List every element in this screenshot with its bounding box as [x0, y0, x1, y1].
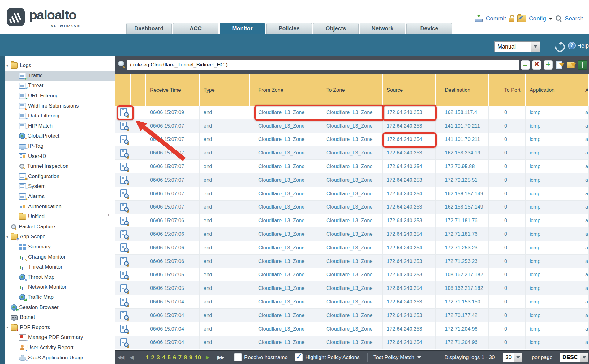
tab-acc[interactable]: ACC: [173, 23, 218, 34]
cell-from-zone[interactable]: Cloudflare_L3_Zone: [250, 255, 322, 268]
cell-to-port[interactable]: 0: [489, 146, 526, 159]
sort-order-dropdown-icon[interactable]: [580, 353, 588, 362]
cell-to-zone[interactable]: Cloudflare_L3_Zone: [322, 295, 383, 308]
cell-application[interactable]: icmp: [526, 281, 581, 295]
col-header-a[interactable]: A: [581, 74, 589, 106]
cell-from-zone[interactable]: Cloudflare_L3_Zone: [250, 201, 322, 214]
cell-source[interactable]: 172.64.240.253: [383, 322, 436, 336]
next-page-button[interactable]: ▶: [206, 351, 209, 364]
col-header-blank[interactable]: [131, 74, 146, 106]
sidebar-item-traffic[interactable]: ⇄Traffic: [5, 71, 115, 81]
filter-magnifier-icon[interactable]: [118, 61, 125, 67]
cell-application[interactable]: icmp: [526, 336, 581, 349]
config-button[interactable]: Config: [529, 15, 546, 22]
cell-source[interactable]: 172.64.240.254: [383, 227, 436, 241]
cell-to-port[interactable]: 0: [489, 255, 526, 268]
sidebar-item-wildfire-submissions[interactable]: ▲WildFire Submissions: [5, 101, 115, 111]
cell-to-zone[interactable]: Cloudflare_L3_Zone: [322, 336, 383, 349]
cell-to-zone[interactable]: Cloudflare_L3_Zone: [322, 255, 383, 268]
sidebar-item-traffic-map[interactable]: ⇄Traffic Map: [5, 292, 115, 303]
cell-from-zone[interactable]: Cloudflare_L3_Zone: [250, 309, 322, 322]
cell-to-zone[interactable]: Cloudflare_L3_Zone: [322, 146, 383, 159]
cell-to-zone[interactable]: Cloudflare_L3_Zone: [322, 227, 383, 241]
log-detail-icon[interactable]: [120, 122, 127, 130]
log-detail-icon[interactable]: [120, 149, 127, 157]
cell-to-port[interactable]: 0: [489, 187, 526, 200]
cell-to-zone[interactable]: Cloudflare_L3_Zone: [322, 106, 383, 119]
cell-destination[interactable]: 172.71.204.96: [436, 336, 489, 349]
cell-destination[interactable]: 172.71.253.23: [436, 255, 489, 268]
log-detail-icon[interactable]: [120, 189, 127, 197]
log-detail-icon[interactable]: [120, 203, 127, 211]
cell-application[interactable]: icmp: [526, 295, 581, 308]
add-filter-icon[interactable]: [544, 60, 553, 70]
cell-destination[interactable]: 172.71.153.150: [436, 295, 489, 308]
tab-policies[interactable]: Policies: [266, 23, 312, 34]
cell-to-port[interactable]: 0: [489, 322, 526, 336]
cell-destination[interactable]: 141.101.70.211: [436, 133, 489, 146]
sidebar-item-change-monitor[interactable]: ↘Change Monitor: [5, 252, 115, 262]
log-detail-icon[interactable]: [120, 176, 127, 184]
sidebar-item-threat[interactable]: ×Threat: [5, 81, 115, 91]
cell-destination[interactable]: 172.71.181.76: [436, 227, 489, 241]
cell-to-port[interactable]: 0: [489, 309, 526, 322]
cell-from-zone[interactable]: Cloudflare_L3_Zone: [250, 295, 322, 308]
cell-from-zone[interactable]: Cloudflare_L3_Zone: [250, 133, 322, 146]
sidebar-item-botnet[interactable]: Botnet: [5, 312, 115, 323]
cell-from-zone[interactable]: Cloudflare_L3_Zone: [250, 322, 322, 336]
cell-to-port[interactable]: 0: [489, 106, 526, 119]
sidebar-item-user-activity-report[interactable]: ▪User Activity Report: [5, 343, 115, 353]
search-button[interactable]: Search: [565, 15, 583, 22]
sidebar-item-summary[interactable]: Summary: [5, 242, 115, 252]
cell-application[interactable]: icmp: [526, 201, 581, 214]
tab-network[interactable]: Network: [360, 23, 405, 34]
cell-source[interactable]: 172.64.240.253: [383, 119, 436, 133]
sidebar-item-app-scope[interactable]: ▼⊕App Scope: [5, 232, 115, 242]
cell-application[interactable]: icmp: [526, 146, 581, 159]
sidebar-item-data-filtering[interactable]: ≡Data Filtering: [5, 111, 115, 121]
table-row[interactable]: 06/06 15:07:07endCloudflare_L3_ZoneCloud…: [115, 173, 589, 187]
cell-to-zone[interactable]: Cloudflare_L3_Zone: [322, 309, 383, 322]
sidebar-item-unified[interactable]: Unified: [5, 212, 115, 222]
cell-to-zone[interactable]: Cloudflare_L3_Zone: [322, 281, 383, 295]
page-number-8[interactable]: 8: [184, 354, 187, 361]
config-caret-icon[interactable]: [549, 18, 552, 22]
log-detail-icon[interactable]: [120, 298, 127, 306]
log-detail-icon[interactable]: [120, 217, 127, 225]
table-row[interactable]: 06/06 15:07:07endCloudflare_L3_ZoneCloud…: [115, 187, 589, 201]
page-number-7[interactable]: 7: [178, 354, 182, 361]
cell-application[interactable]: icmp: [526, 119, 581, 133]
cell-source[interactable]: 172.64.240.253: [383, 309, 436, 322]
cell-to-zone[interactable]: Cloudflare_L3_Zone: [322, 241, 383, 254]
page-number-10[interactable]: 10: [195, 354, 201, 361]
cell-destination[interactable]: 141.101.70.211: [436, 119, 489, 133]
cell-source[interactable]: 172.64.240.254: [383, 336, 436, 349]
table-row[interactable]: 06/06 15:07:07endCloudflare_L3_ZoneCloud…: [115, 133, 589, 146]
log-detail-icon[interactable]: [120, 257, 127, 265]
sidebar-item-authentication[interactable]: Authentication: [5, 201, 115, 212]
page-number-2[interactable]: 2: [151, 354, 155, 361]
cell-source[interactable]: 172.64.240.254: [383, 281, 436, 295]
cell-destination[interactable]: 172.70.125.51: [436, 173, 489, 187]
sidebar-item-tunnel-inspection[interactable]: Tunnel Inspection: [5, 161, 115, 171]
cell-to-zone[interactable]: Cloudflare_L3_Zone: [322, 133, 383, 146]
sidebar-item-threat-monitor[interactable]: Threat Monitor: [5, 262, 115, 272]
refresh-icon[interactable]: [553, 40, 567, 54]
cell-source[interactable]: 172.64.240.254: [383, 160, 436, 173]
refresh-mode-dropdown-icon[interactable]: [531, 42, 540, 52]
save-filter-icon[interactable]: [555, 60, 564, 70]
commit-button[interactable]: Commit: [486, 15, 506, 22]
cell-from-zone[interactable]: Cloudflare_L3_Zone: [250, 160, 322, 173]
col-header-application[interactable]: Application: [526, 74, 581, 106]
export-icon[interactable]: [578, 60, 587, 70]
cell-destination[interactable]: 108.162.217.182: [436, 281, 489, 295]
cell-to-port[interactable]: 0: [489, 214, 526, 227]
resolve-hostname-checkbox[interactable]: [234, 353, 242, 361]
table-row[interactable]: 06/06 15:07:06endCloudflare_L3_ZoneCloud…: [115, 241, 589, 255]
table-row[interactable]: 06/06 15:07:07endCloudflare_L3_ZoneCloud…: [115, 146, 589, 160]
highlight-policy-actions-checkbox[interactable]: [295, 353, 303, 361]
table-row[interactable]: 06/06 15:07:07endCloudflare_L3_ZoneCloud…: [115, 201, 589, 214]
cell-application[interactable]: icmp: [526, 322, 581, 336]
table-row[interactable]: 06/06 15:07:06endCloudflare_L3_ZoneCloud…: [115, 255, 589, 268]
log-detail-icon[interactable]: [120, 243, 127, 252]
